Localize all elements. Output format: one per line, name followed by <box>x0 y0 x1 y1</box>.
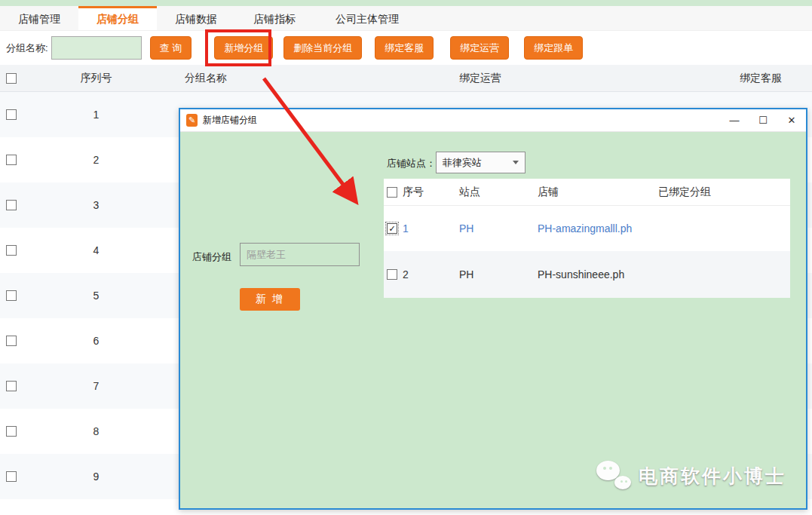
row-checkbox[interactable] <box>6 426 17 437</box>
row-checkbox[interactable] <box>6 200 17 210</box>
header-bind-service: 绑定客服 <box>740 72 812 85</box>
add-group-dialog: 新增店铺分组 — ☐ ✕ 店铺站点： 菲律宾站 序号 站点 店铺 已绑定分组 <box>179 108 807 510</box>
row-checkbox[interactable] <box>6 155 17 165</box>
row-checkbox[interactable] <box>6 471 17 482</box>
dialog-titlebar[interactable]: 新增店铺分组 — ☐ ✕ <box>180 109 806 132</box>
row-serial: 1 <box>30 109 162 121</box>
edit-icon <box>186 114 198 127</box>
shop-row-site: PH <box>459 268 538 280</box>
shop-row-site: PH <box>459 222 538 235</box>
bind-service-button[interactable]: 绑定客服 <box>375 36 434 60</box>
tab-shop-grouping[interactable]: 店铺分组 <box>78 6 157 30</box>
shop-header-site: 站点 <box>459 185 538 199</box>
shop-row-name: PH-sunshineee.ph <box>538 268 658 280</box>
shop-header-shop: 店铺 <box>538 185 658 199</box>
row-serial: 3 <box>30 199 162 211</box>
site-dropdown-value: 菲律宾站 <box>443 156 482 170</box>
tab-shop-management[interactable]: 店铺管理 <box>0 6 78 30</box>
group-name-label: 分组名称: <box>6 41 48 55</box>
shop-row-checkbox[interactable] <box>387 269 397 280</box>
tab-bar: 店铺管理 店铺分组 店铺数据 店铺指标 公司主体管理 <box>0 6 812 31</box>
watermark: 电商软件小博士 <box>596 461 786 491</box>
tab-company-entity[interactable]: 公司主体管理 <box>314 6 421 30</box>
tab-shop-metrics[interactable]: 店铺指标 <box>235 6 314 30</box>
annotation-highlight-box <box>205 29 271 66</box>
shop-header-bound-group: 已绑定分组 <box>658 185 790 199</box>
shop-table: 序号 站点 店铺 已绑定分组 ✓ 1 PH PH-amazingmalll.ph… <box>384 179 790 298</box>
row-serial: 7 <box>30 380 162 392</box>
shop-table-header: 序号 站点 店铺 已绑定分组 <box>384 179 790 206</box>
row-serial: 5 <box>30 290 162 302</box>
group-name-input[interactable] <box>51 36 142 60</box>
wechat-icon <box>596 461 633 491</box>
group-label: 店铺分组 <box>192 250 231 264</box>
top-green-strip <box>0 0 812 6</box>
add-button[interactable]: 新 增 <box>240 288 300 311</box>
shop-select-all-checkbox[interactable] <box>387 187 397 198</box>
query-button[interactable]: 查 询 <box>150 36 192 60</box>
select-all-checkbox[interactable] <box>6 73 17 84</box>
tab-shop-data[interactable]: 店铺数据 <box>157 6 235 30</box>
window-controls: — ☐ ✕ <box>720 109 806 131</box>
shop-header-no: 序号 <box>403 185 424 199</box>
watermark-text: 电商软件小博士 <box>639 464 786 489</box>
dialog-title: 新增店铺分组 <box>203 114 257 127</box>
header-bind-operation: 绑定运营 <box>459 72 501 85</box>
row-checkbox[interactable] <box>6 245 17 256</box>
row-checkbox[interactable] <box>6 290 17 301</box>
row-serial: 8 <box>30 425 162 437</box>
dialog-body: 店铺站点： 菲律宾站 序号 站点 店铺 已绑定分组 ✓ 1 PH <box>180 132 806 508</box>
shop-row-name: PH-amazingmalll.ph <box>538 222 658 235</box>
close-icon[interactable]: ✕ <box>777 109 806 131</box>
toolbar: 分组名称: 查 询 新增分组 删除当前分组 绑定客服 绑定运营 绑定跟单 <box>0 31 812 65</box>
header-group-name: 分组名称 <box>162 72 324 85</box>
site-label: 店铺站点： <box>387 157 436 170</box>
group-name-field[interactable] <box>240 243 360 266</box>
table-header: 序列号 分组名称 绑定运营 绑定客服 <box>0 65 812 92</box>
row-serial: 9 <box>30 471 162 483</box>
chevron-down-icon <box>513 161 519 164</box>
bind-follow-button[interactable]: 绑定跟单 <box>524 36 583 60</box>
shop-row-no: 1 <box>403 222 409 235</box>
site-dropdown[interactable]: 菲律宾站 <box>436 152 526 173</box>
row-checkbox[interactable] <box>6 109 17 120</box>
delete-group-button[interactable]: 删除当前分组 <box>283 36 362 60</box>
bind-operation-button[interactable]: 绑定运营 <box>450 36 509 60</box>
minimize-icon[interactable]: — <box>720 109 749 131</box>
row-serial: 4 <box>30 244 162 256</box>
row-checkbox[interactable] <box>6 381 17 391</box>
shop-table-row: 2 PH PH-sunshineee.ph <box>384 251 790 298</box>
row-serial: 2 <box>30 154 162 166</box>
shop-row-no: 2 <box>403 268 409 280</box>
shop-table-row: ✓ 1 PH PH-amazingmalll.ph <box>384 206 790 251</box>
row-serial: 6 <box>30 335 162 347</box>
row-checkbox[interactable] <box>6 336 17 346</box>
shop-row-checkbox-checked[interactable]: ✓ <box>387 223 397 234</box>
header-serial: 序列号 <box>81 72 112 85</box>
maximize-icon[interactable]: ☐ <box>749 109 777 131</box>
